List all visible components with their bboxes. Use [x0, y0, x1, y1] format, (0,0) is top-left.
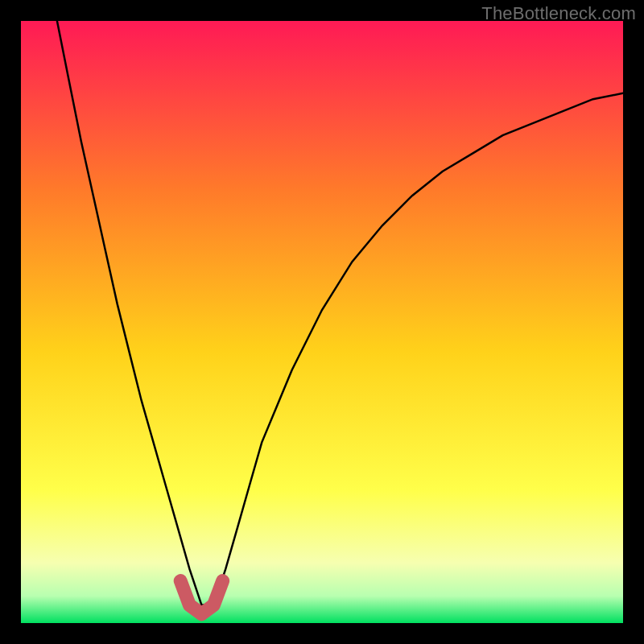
gradient-background: [21, 21, 623, 623]
chart-frame: TheBottleneck.com: [0, 0, 644, 644]
bottleneck-chart: [21, 21, 623, 623]
watermark-text: TheBottleneck.com: [481, 3, 636, 24]
